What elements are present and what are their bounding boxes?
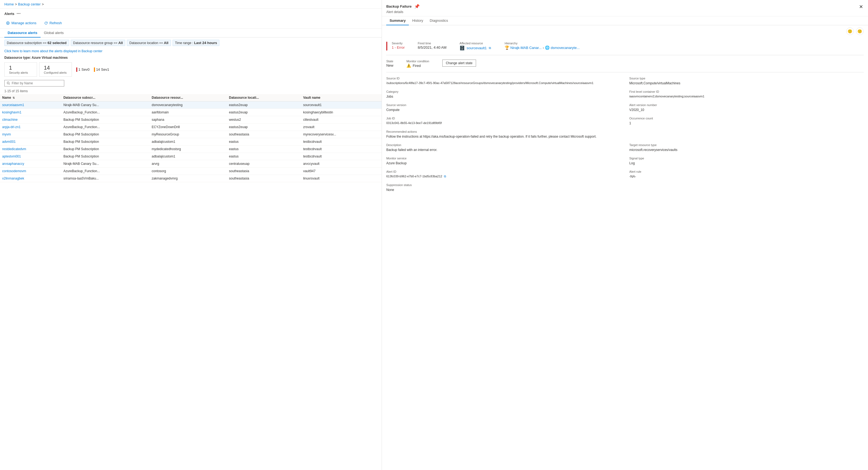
- tab-datasource[interactable]: Datasource alerts: [4, 29, 40, 37]
- filter-location[interactable]: Datasource location == All: [127, 40, 170, 46]
- copy-alert-id-button[interactable]: ⧉: [443, 175, 447, 178]
- learn-more-link[interactable]: Click here to learn more about the alert…: [0, 48, 382, 54]
- target-resource-type-item: Target resource type microsoft.recoverys…: [629, 143, 864, 152]
- cell-subscription: Nirajk-MAB Canary Su...: [61, 101, 149, 109]
- pin-button[interactable]: 📌: [414, 3, 420, 9]
- table-row[interactable]: v2linmanagbeksriramsa-IaaSVmBaku...zakma…: [0, 175, 382, 182]
- col-resource-group[interactable]: Datasource resour...: [149, 94, 227, 101]
- col-subscription[interactable]: Datasource subscr...: [61, 94, 149, 101]
- main-tabs: Datasource alerts Global alerts: [0, 29, 382, 37]
- alert-id-item: Alert ID 613fc039-b962-e7b0-e7c7-1bd5c83…: [386, 170, 621, 179]
- alerts-table-wrapper: Name ⇅ Datasource subscr... Datasource r…: [0, 94, 382, 470]
- col-name[interactable]: Name ⇅: [0, 94, 61, 101]
- breadcrumb-backup-center[interactable]: Backup center: [18, 2, 40, 6]
- table-row[interactable]: sourceiaasvm1Nirajk-MAB Canary Su...dsmo…: [0, 101, 382, 109]
- breadcrumb-home[interactable]: Home: [4, 2, 14, 6]
- table-row[interactable]: advm001Backup PM Subscriptionadbalajicus…: [0, 138, 382, 145]
- cell-resource_group: adbalajicustom1: [149, 153, 227, 160]
- cell-name: kosinghavm1: [0, 109, 61, 116]
- cell-resource_group: arvrg: [149, 160, 227, 168]
- cell-vault: testbcdrvault: [301, 153, 382, 160]
- toolbar: Manage actions Refresh: [0, 18, 382, 29]
- signal-type-item: Signal type Log: [629, 157, 864, 166]
- alert-version-item: Alert version number V2020_10: [629, 103, 864, 112]
- warning-icon: ⚠️: [406, 63, 411, 68]
- cell-location: eastus: [227, 138, 301, 145]
- cell-resource_group: contosorg: [149, 168, 227, 175]
- items-count: 1-15 of 15 items: [0, 88, 382, 94]
- cell-resource_group: aarifdomain: [149, 109, 227, 116]
- job-id-item: Job ID 0313c041-8b55-4e13-9ee7-de191d89b…: [386, 117, 621, 126]
- cell-location: eastus2euap: [227, 109, 301, 116]
- panel-subtitle: Alert details: [386, 10, 420, 14]
- sev1-badge: 14 Sev1: [94, 67, 109, 72]
- tab-global[interactable]: Global alerts: [40, 29, 67, 37]
- cell-resource_group: myResourceGroup: [149, 131, 227, 138]
- sev0-badge: 1 Sev0: [76, 67, 90, 72]
- cell-subscription: Backup PM Subscription: [61, 131, 149, 138]
- manage-actions-button[interactable]: Manage actions: [4, 20, 38, 26]
- change-alert-state-button[interactable]: Change alert state: [442, 60, 476, 67]
- filter-resource-group[interactable]: Datasource resource group == All: [71, 40, 125, 46]
- tab-diagnostics[interactable]: Diagnostics: [427, 16, 451, 25]
- severity-badges: 1 Sev0 14 Sev1: [74, 67, 111, 72]
- close-button[interactable]: ✕: [859, 3, 864, 10]
- category-item: Category Jobs: [386, 90, 621, 99]
- cell-location: eastus2euap: [227, 124, 301, 131]
- right-panel: Backup Failure 📌 Alert details ✕ Summary…: [382, 0, 868, 470]
- cell-location: westus2: [227, 116, 301, 124]
- cell-vault: clitestvault: [301, 116, 382, 124]
- col-location[interactable]: Datasource locati...: [227, 94, 301, 101]
- cell-vault: testbcdrvault: [301, 145, 382, 153]
- cell-resource_group: saphana: [149, 116, 227, 124]
- hierarchy-item-2[interactable]: dsmovecanaryte...: [551, 46, 580, 50]
- cell-resource_group: mydedicatedhostsrg: [149, 145, 227, 153]
- tab-history[interactable]: History: [409, 16, 426, 25]
- table-row[interactable]: arpja-drl-zn1AzureBackup_Function...ECYZ…: [0, 124, 382, 131]
- cell-name: advm001: [0, 138, 61, 145]
- copy-resource-button[interactable]: ⧉: [488, 46, 492, 50]
- filter-subscription[interactable]: Datasource subscription == 62 selected: [4, 40, 69, 46]
- cell-resource_group: ECYZoneDownDrill: [149, 124, 227, 131]
- source-type-item: Source type Microsoft.Compute/virtualMac…: [629, 77, 864, 86]
- occurrence-count-item: Occurrence count 1: [629, 117, 864, 126]
- tab-summary[interactable]: Summary: [386, 16, 409, 25]
- col-vault[interactable]: Vault name: [301, 94, 382, 101]
- table-row[interactable]: aptestvm001Backup PM Subscriptionadbalaj…: [0, 153, 382, 160]
- cell-location: eastus2euap: [227, 101, 301, 109]
- table-row[interactable]: arvsaphanaccyNirajk-MAB Canary Su...arvr…: [0, 160, 382, 168]
- detail-tabs: Summary History Diagnostics: [382, 16, 868, 25]
- hierarchy-item-1[interactable]: Nirajk-MAB Canar...: [510, 46, 541, 50]
- configured-alerts-card[interactable]: 14 Configured alerts: [39, 62, 72, 77]
- table-row[interactable]: restdedicatedvmBackup PM Subscriptionmyd…: [0, 145, 382, 153]
- affected-resource-link[interactable]: sourcevault1: [467, 46, 487, 50]
- cell-resource_group: zakmanagedvmrg: [149, 175, 227, 182]
- table-row[interactable]: kosinghavm1AzureBackup_Function...aarifd…: [0, 109, 382, 116]
- security-alerts-card[interactable]: 1 Security alerts: [4, 62, 37, 77]
- filter-time-range[interactable]: Time range : Last 24 hours: [173, 40, 220, 46]
- refresh-button[interactable]: Refresh: [42, 20, 64, 26]
- cell-vault: vault947: [301, 168, 382, 175]
- more-options-button[interactable]: ···: [17, 11, 21, 16]
- cell-vault: sourcevault1: [301, 101, 382, 109]
- table-row[interactable]: contosodemovmAzureBackup_Function...cont…: [0, 168, 382, 175]
- severity-indicator: [386, 42, 387, 51]
- cell-subscription: Backup PM Subscription: [61, 116, 149, 124]
- cell-location: southeastasia: [227, 168, 301, 175]
- thumbs-up-button[interactable]: 🙂: [846, 28, 854, 35]
- cell-location: centraluseuap: [227, 160, 301, 168]
- search-input[interactable]: [12, 81, 62, 85]
- table-row[interactable]: myvmBackup PM SubscriptionmyResourceGrou…: [0, 131, 382, 138]
- cell-resource_group: dsmovecanarytesting: [149, 101, 227, 109]
- feedback-row: 🙂 🙁: [382, 25, 868, 37]
- refresh-icon: [44, 21, 48, 25]
- cell-subscription: Backup PM Subscription: [61, 145, 149, 153]
- table-row[interactable]: climachineBackup PM Subscriptionsaphanaw…: [0, 116, 382, 124]
- source-version-item: Source version Compute: [386, 103, 621, 112]
- monitor-service-item: Monitor service Azure Backup: [386, 157, 621, 166]
- severity-block: Severity 1 - Error: [392, 42, 405, 51]
- thumbs-down-button[interactable]: 🙁: [856, 28, 864, 35]
- search-box[interactable]: [4, 80, 64, 87]
- cell-subscription: AzureBackup_Function...: [61, 109, 149, 116]
- stat-cards: 1 Security alerts 14 Configured alerts 1…: [0, 61, 382, 79]
